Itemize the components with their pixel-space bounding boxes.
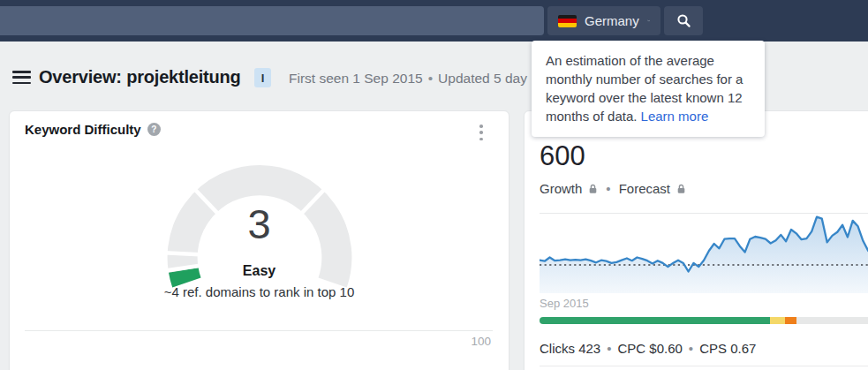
lock-icon <box>588 184 598 194</box>
keyword-meta: First seen 1 Sep 2015•Updated 5 day <box>289 71 527 87</box>
top-navbar: Germany <box>0 0 868 42</box>
first-seen-label: First seen 1 Sep 2015 <box>289 71 423 86</box>
search-icon <box>676 13 691 28</box>
learn-more-link[interactable]: Learn more <box>641 109 709 124</box>
updated-label: Updated 5 day <box>438 71 527 86</box>
chevron-down-icon <box>647 18 650 24</box>
kebab-menu-icon[interactable] <box>475 123 487 142</box>
clicks-bar-segment-track <box>796 317 868 324</box>
forecast-label[interactable]: Forecast <box>619 181 670 196</box>
clicks-bar-segment-green <box>540 317 770 324</box>
meta-separator: • <box>428 71 433 86</box>
growth-forecast-row: Growth • Forecast <box>540 181 686 196</box>
keyword-difficulty-title: Keyword Difficulty <box>25 122 141 137</box>
growth-separator: • <box>606 181 610 196</box>
cpc-value: $0.60 <box>649 341 683 356</box>
search-volume-card: Search volume ? 600 Growth • Forecast Se… <box>524 110 868 370</box>
search-volume-chart[interactable] <box>540 213 868 295</box>
germany-flag-icon <box>558 15 577 27</box>
search-button[interactable] <box>664 6 703 35</box>
country-label: Germany <box>585 13 639 28</box>
clicks-bar-segment-yellow <box>770 317 785 324</box>
growth-label[interactable]: Growth <box>540 181 582 196</box>
keyword-difficulty-help-icon[interactable]: ? <box>147 123 161 136</box>
keyword-difficulty-card: Keyword Difficulty ? 3 Easy ~4 ref. doma… <box>9 110 509 370</box>
difficulty-scale-max: 100 <box>471 335 491 348</box>
hamburger-menu-icon[interactable] <box>12 71 31 84</box>
metrics-row: Clicks 423•CPC $0.60•CPS 0.67 <box>540 341 756 356</box>
card-divider <box>25 330 493 331</box>
chart-start-label: Sep 2015 <box>540 297 589 310</box>
difficulty-description: ~4 ref. domains to rank in top 10 <box>10 284 509 299</box>
search-volume-value: 600 <box>540 140 585 172</box>
cpc-label: CPC <box>617 341 645 356</box>
page-title: Overview: projektleitung <box>39 67 241 87</box>
clicks-bar-segment-orange <box>785 317 796 324</box>
metrics-separator: • <box>689 341 693 356</box>
card-divider <box>540 366 868 366</box>
keyword-search-input[interactable] <box>0 6 544 35</box>
difficulty-rating: Easy <box>10 263 509 279</box>
difficulty-score: 3 <box>10 200 509 248</box>
cps-label: CPS <box>699 341 727 356</box>
clicks-label: Clicks <box>540 341 575 356</box>
search-volume-tooltip: An estimation of the average monthly num… <box>532 41 765 137</box>
clicks-value: 423 <box>578 341 600 356</box>
keyword-info-badge[interactable]: I <box>254 68 271 87</box>
country-selector[interactable]: Germany <box>547 6 660 35</box>
clicks-distribution-bar <box>540 317 868 324</box>
metrics-separator: • <box>607 341 611 356</box>
lock-icon <box>676 184 686 194</box>
cps-value: 0.67 <box>730 341 756 356</box>
